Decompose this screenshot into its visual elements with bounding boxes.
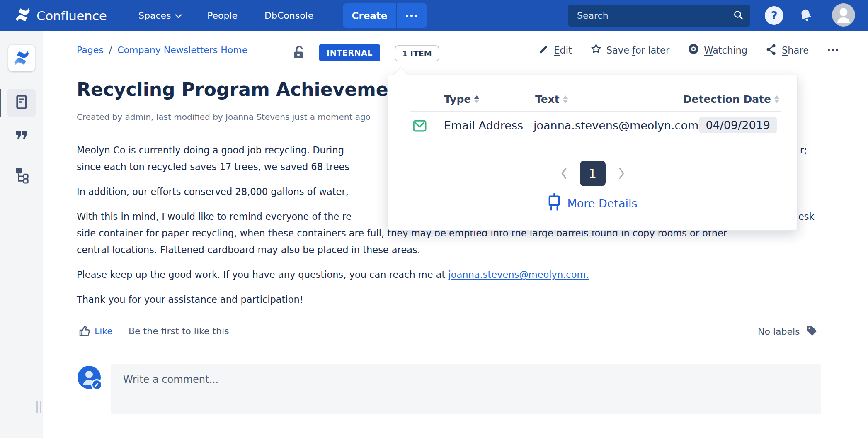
top-navigation: Confluence Spaces People DbConsole Creat… <box>0 0 868 31</box>
space-sidebar: ❞ <box>0 31 43 438</box>
email-envelope-icon <box>412 118 427 135</box>
items-count-label: 1 ITEM <box>402 49 432 58</box>
watching-button[interactable]: Watching <box>688 43 747 57</box>
comment-input[interactable] <box>111 364 821 414</box>
watching-label: Watching <box>704 45 747 56</box>
create-button-label: Create <box>352 10 388 21</box>
page-tree-icon <box>12 165 31 185</box>
global-search <box>568 5 750 27</box>
breadcrumb-space-link[interactable]: Company Newsletters Home <box>117 45 247 55</box>
detected-items-popup: Type Text Detection Date Email Address j… <box>388 75 798 231</box>
body-paragraph-1-line-1: Meolyn Co is currently doing a good job … <box>77 142 344 158</box>
page-actions: Edit Save for later Watching Share <box>538 43 839 57</box>
star-icon <box>590 43 602 57</box>
save-for-later-label: Save for later <box>606 45 669 56</box>
nav-spaces-label: Spaces <box>138 10 171 21</box>
share-icon <box>766 43 777 57</box>
user-avatar[interactable] <box>832 3 855 27</box>
labels-control[interactable]: No labels <box>758 324 818 339</box>
body-paragraph-5: Thank you for your assistance and partic… <box>77 291 303 308</box>
more-details-label: More Details <box>567 197 637 210</box>
create-button-group: Create <box>343 3 427 28</box>
first-like-text: Be the first to like this <box>129 326 229 336</box>
space-logo[interactable] <box>8 45 35 71</box>
detection-date-column-label: Detection Date <box>683 93 771 105</box>
internal-badge-label: INTERNAL <box>327 48 373 57</box>
confluence-home-link[interactable]: Confluence <box>14 0 107 31</box>
row-type-cell: Email Address <box>444 119 523 132</box>
column-header-type[interactable]: Type <box>444 93 479 105</box>
unlock-icon[interactable] <box>291 44 306 62</box>
sort-asc-icon <box>474 95 479 103</box>
ellipsis-icon <box>406 15 417 17</box>
watching-eye-icon <box>688 43 699 57</box>
sidebar-resize-handle[interactable] <box>36 401 41 413</box>
email-link[interactable]: joanna.stevens@meolyn.com. <box>449 269 589 280</box>
sidebar-item-blog[interactable]: ❞ <box>0 126 43 155</box>
edit-label: Edit <box>554 45 572 56</box>
sort-icon <box>563 95 568 103</box>
row-text-cell: joanna.stevens@meolyn.com <box>533 119 698 132</box>
comment-editor <box>111 364 821 414</box>
row-date-cell: 04/09/2019 <box>699 117 777 133</box>
edit-button[interactable]: Edit <box>538 44 572 56</box>
nav-people[interactable]: People <box>207 0 238 31</box>
body-paragraph-1-line-1-end: r; <box>800 142 807 158</box>
next-page-icon[interactable] <box>618 167 625 180</box>
more-details-link[interactable]: More Details <box>388 193 797 214</box>
brand-name: Confluence <box>36 8 107 23</box>
sidebar-selected-indicator <box>0 89 1 117</box>
breadcrumb-pages-link[interactable]: Pages <box>77 45 104 55</box>
blog-quote-icon: ❞ <box>15 128 29 152</box>
page-byline: Created by admin, last modified by Joann… <box>77 112 371 122</box>
popup-caret <box>393 67 409 83</box>
no-labels-text: No labels <box>758 326 800 337</box>
text-column-label: Text <box>535 93 560 105</box>
body-paragraph-3-line-1-end: esk <box>798 208 815 225</box>
pagination: 1 <box>388 161 797 186</box>
nav-dbconsole[interactable]: DbConsole <box>264 0 313 31</box>
breadcrumb: Pages / Company Newsletters Home <box>77 45 247 55</box>
body-paragraph-4: Please keep up the good work. If you hav… <box>77 266 589 283</box>
classification-badge-internal[interactable]: INTERNAL <box>319 44 380 61</box>
chevron-down-icon <box>175 10 182 21</box>
body-paragraph-4-text: Please keep up the good work. If you hav… <box>77 269 449 280</box>
body-paragraph-1-line-2: since each ton recycled saves 17 trees, … <box>77 158 349 175</box>
page-icon <box>13 94 30 112</box>
body-paragraph-3-line-1: With this in mind, I would like to remin… <box>77 208 352 225</box>
breadcrumb-separator: / <box>109 45 112 55</box>
nav-dbconsole-label: DbConsole <box>264 10 313 21</box>
current-user-avatar <box>78 366 101 389</box>
page-title: Recycling Program Achievements <box>77 79 421 100</box>
nav-spaces[interactable]: Spaces <box>138 0 182 31</box>
body-paragraph-2: In addition, our efforts conserved 28,00… <box>77 183 349 200</box>
share-button[interactable]: Share <box>766 43 809 57</box>
page-more-actions-button[interactable] <box>827 46 839 54</box>
search-icon[interactable] <box>733 10 744 22</box>
table-header-divider <box>410 111 781 112</box>
save-for-later-button[interactable]: Save for later <box>590 43 669 57</box>
previous-page-icon[interactable] <box>560 167 567 180</box>
sidebar-item-page-tree[interactable] <box>0 163 43 188</box>
nav-people-label: People <box>207 10 238 21</box>
help-icon[interactable]: ? <box>765 6 783 25</box>
search-input[interactable] <box>576 10 733 21</box>
sidebar-item-pages[interactable] <box>7 89 36 117</box>
detected-items-badge[interactable]: 1 ITEM <box>395 45 439 61</box>
label-tag-icon <box>805 324 818 339</box>
column-header-detection-date[interactable]: Detection Date <box>683 93 779 105</box>
thumbs-up-icon[interactable] <box>78 324 92 339</box>
create-button[interactable]: Create <box>343 3 396 28</box>
confluence-app: Confluence Spaces People DbConsole Creat… <box>0 0 868 438</box>
notifications-bell-icon[interactable] <box>796 5 816 25</box>
more-details-icon <box>548 193 561 214</box>
edit-badge-icon <box>91 379 102 390</box>
type-column-label: Type <box>444 93 471 105</box>
current-page-button[interactable]: 1 <box>580 161 606 186</box>
column-header-text[interactable]: Text <box>535 93 568 105</box>
share-label: Share <box>782 45 809 56</box>
sort-icon <box>774 95 779 103</box>
create-more-button[interactable] <box>397 3 427 28</box>
like-button[interactable]: Like <box>95 326 113 336</box>
confluence-logo-icon <box>14 6 32 25</box>
